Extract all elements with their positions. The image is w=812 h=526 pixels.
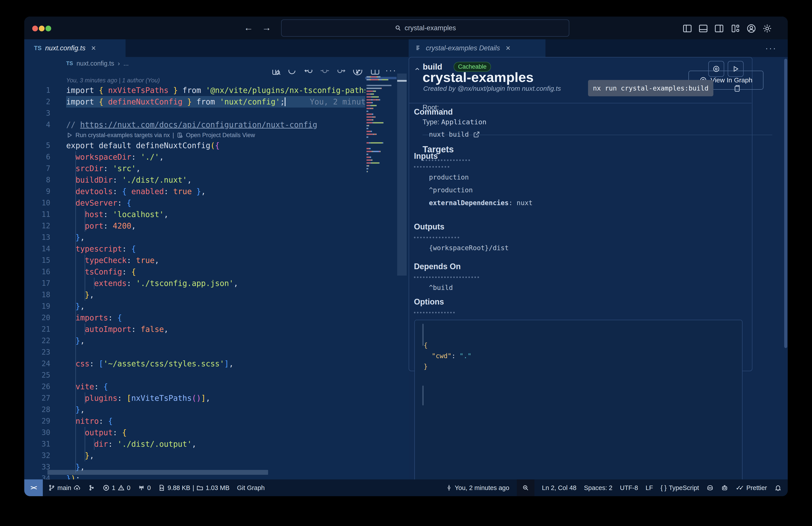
divider: | [192,484,194,492]
line-content: autoImport: false, [66,324,365,335]
tab-filename: nuxt.config.ts [45,44,86,52]
commit-graph-icon[interactable] [88,484,95,491]
minimap[interactable] [365,74,396,172]
minimap-line [365,74,396,77]
external-link-icon[interactable] [473,131,480,138]
codelens-open[interactable]: Open Project Details View [186,130,255,140]
line-content: }, [66,335,365,346]
minimap-line [365,158,396,160]
code-line: 31 dir: './dist/.output', [24,438,365,450]
minimize-traffic-light[interactable] [39,26,45,31]
list-item: {workspaceRoot}/dist [429,242,509,254]
branch-item[interactable]: main [48,484,81,492]
dotted-underline [414,311,455,313]
toggle-primary-sidebar-icon[interactable] [682,24,692,33]
breadcrumb-file[interactable]: nuxt.config.ts [76,60,114,67]
line-number: 15 [24,255,50,266]
line-number: 11 [24,209,50,220]
forward-icon[interactable]: → [262,22,280,33]
back-icon[interactable]: ← [244,22,262,33]
settings-gear-icon[interactable] [762,24,772,33]
tab-nuxt-config[interactable]: TS nuxt.config.ts × [24,39,126,57]
code-line: 17 extends: './tsconfig.app.json', [24,278,365,289]
close-tab-icon[interactable]: × [91,43,96,53]
ports-item[interactable]: 0 [138,484,151,492]
breadcrumb[interactable]: TS nuxt.config.ts › ... [24,57,409,70]
code-line: 18 }, [24,289,365,300]
indentation-item[interactable]: Spaces: 2 [584,484,612,492]
target-name[interactable]: build [423,62,442,72]
broadcast-tower-icon [138,484,145,491]
minimap-line [365,120,396,123]
scrollbar-thumb[interactable] [397,73,407,275]
zoom-item[interactable] [517,479,534,496]
command-center-search[interactable]: crystal-examples [281,19,569,37]
open-details-icon[interactable] [177,132,183,139]
code-line: 23 [24,346,365,358]
created-by-text: Created by @nx/nuxt/plugin from nuxt.con… [423,85,561,92]
line-number: 27 [24,393,50,404]
copilot-icon[interactable] [707,484,714,491]
encoding-item[interactable]: UTF-8 [620,484,638,492]
tab-project-details[interactable]: crystal-examples Details × [409,39,546,57]
file-size-item[interactable]: 9.88 KB | 1.03 MB [158,484,230,492]
codelens-run[interactable]: Run crystal-examples targets via nx [75,130,170,140]
codelens-row: Run crystal-examples targets via nx|Open… [24,130,365,140]
play-icon[interactable] [66,132,73,139]
robot-icon[interactable] [721,484,728,491]
prettier-item[interactable]: ✓✓ Prettier [736,484,767,492]
options-json-box[interactable]: { "cwd": "."} [415,320,742,479]
line-number: 24 [24,358,50,369]
commit-icon [446,484,452,491]
code-line: 28 }, [24,404,365,415]
git-graph-item[interactable]: Git Graph [237,484,265,492]
toggle-panel-icon[interactable] [698,24,708,33]
type-value: Application [441,118,486,126]
editor-scrollbar[interactable] [397,57,407,479]
close-tab-icon[interactable]: × [506,43,510,53]
collapse-chevron-icon[interactable] [414,66,421,72]
toggle-secondary-sidebar-icon[interactable] [714,24,724,33]
line-number: 5 [24,140,50,151]
type-line: Type: Application [423,118,487,126]
language-item[interactable]: { } TypeScript [661,484,699,492]
code-editor[interactable]: You, 3 minutes ago | 1 author (You)1impo… [24,76,365,484]
panel-scrollbar-thumb[interactable] [784,59,787,348]
folder-icon [197,484,203,491]
error-icon [103,484,110,491]
blame-item[interactable]: You, 2 minutes ago [446,484,509,492]
eol-item[interactable]: LF [646,484,653,492]
line-number: 6 [24,151,50,163]
line-content: imports: { [66,312,365,324]
panel-more-actions-icon[interactable]: ··· [765,43,777,53]
minimap-line [365,126,396,129]
horizontal-scrollbar-thumb[interactable] [47,470,268,475]
cursor-position-item[interactable]: Ln 2, Col 48 [542,484,576,492]
account-icon[interactable] [746,24,756,33]
line-content: extends: './tsconfig.app.json', [66,278,365,289]
tab-label: crystal-examples Details [426,44,500,52]
minimap-line [365,77,396,80]
run-target-button[interactable] [728,61,744,77]
line-content: typescript: { [66,243,365,255]
customize-layout-icon[interactable] [730,24,740,33]
typescript-file-icon: TS [66,60,73,67]
view-target-button[interactable] [708,61,724,77]
search-value: crystal-examples [405,24,456,32]
bell-icon[interactable] [774,484,782,491]
search-icon [394,25,402,32]
nx-run-command-chip[interactable]: nx run crystal-examples:build [588,80,713,96]
copy-icon[interactable] [733,84,741,93]
line-number: 23 [24,346,50,358]
problems-item[interactable]: 1 0 [103,484,130,492]
code-line: 12 port: 4200, [24,220,365,232]
remote-indicator[interactable]: >< [24,479,43,496]
text-cursor [285,97,286,106]
breadcrumb-symbol[interactable]: ... [124,60,129,67]
code-line: 3 [24,108,365,119]
maximize-traffic-light[interactable] [45,26,51,31]
minimap-line [365,152,396,155]
line-number: 16 [24,266,50,278]
close-traffic-light[interactable] [32,26,38,31]
language-label: TypeScript [669,484,699,492]
